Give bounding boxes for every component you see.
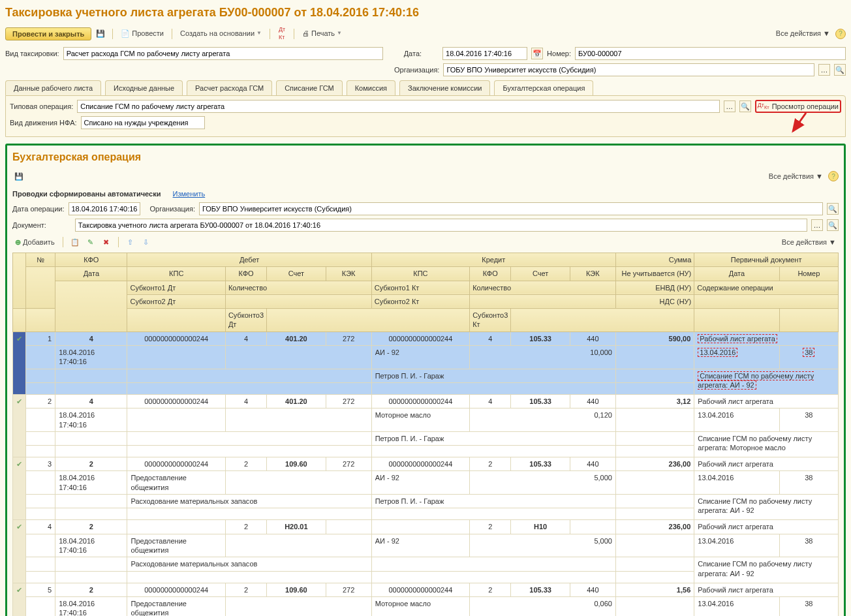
create-based-menu[interactable]: Создать на основании▼ [178,27,264,40]
all-actions-menu[interactable]: Все действия ▼ [773,27,833,40]
edit-row-icon[interactable]: ✎ [84,236,97,249]
delete-row-icon[interactable]: ✖ [100,236,113,249]
number-input[interactable] [575,47,846,60]
date-label: Дата: [404,49,422,58]
number-label: Номер: [547,49,571,58]
tab-0[interactable]: Данные рабочего листа [5,80,101,95]
table-row[interactable]: ✔ 5 2 00000000000002442109.60272 0000000… [13,583,839,596]
table-row[interactable]: ✔ 1 4 00000000000002444401.20272 0000000… [13,331,839,345]
org-label: Организация: [394,65,439,74]
auto-entries-label: Проводки сформированы автоматически [12,189,161,198]
doc-label: Документ: [12,221,46,230]
tab-1[interactable]: Исходные данные [105,80,183,95]
save-icon[interactable]: 💾 [94,27,107,40]
help-icon[interactable]: ? [835,29,846,39]
op-org-input[interactable] [199,202,823,215]
change-link[interactable]: Изменить [173,189,206,198]
op-date-input[interactable] [69,202,140,215]
tab-6[interactable]: Бухгалтерская операция [494,80,593,95]
date-input[interactable] [442,47,527,60]
check-icon: ✔ [16,397,22,405]
move-input[interactable] [81,116,205,129]
calendar-icon[interactable]: 📅 [531,48,543,59]
move-label: Вид движения НФА: [10,118,77,127]
table-row[interactable]: ✔ 3 2 00000000000002442109.60272 0000000… [13,457,839,471]
org-pick-icon[interactable]: … [818,64,830,76]
operation-panel: Бухгалтерская операция 💾 Все действия ▼ … [5,144,846,616]
main-toolbar: Провести и закрыть 💾 📄Провести Создать н… [5,25,846,41]
submit-close-button[interactable]: Провести и закрыть [5,27,91,40]
op-date-label: Дата операции: [12,204,65,213]
dtkt-small-icon: ДтКт [758,102,769,111]
check-icon: ✔ [16,460,22,468]
check-icon: ✔ [16,335,22,343]
tax-type-label: Вид таксировки: [5,49,59,58]
submit-button[interactable]: 📄Провести [118,27,166,40]
print-menu[interactable]: 🖨Печать▼ [300,27,345,40]
dtkt-icon[interactable]: ДтКт [275,27,288,40]
type-op-input[interactable] [77,100,719,113]
operation-title: Бухгалтерская операция [12,151,839,164]
tab-4[interactable]: Комиссия [347,80,395,95]
page-title: Таксировка учетного листа агрегата БУ00-… [5,5,846,20]
add-row-button[interactable]: ⊕Добавить [12,236,57,249]
op-org-search-icon[interactable]: 🔍 [827,203,839,215]
tab-3[interactable]: Списание ГСМ [276,80,343,95]
check-icon: ✔ [16,586,22,594]
table-row[interactable]: ✔ 4 2 2Н20.01 2Н10 236,00 Рабочий лист а… [13,520,839,534]
type-op-pick-icon[interactable]: … [724,100,735,112]
tabstrip: Данные рабочего листаИсходные данныеРасч… [5,80,846,95]
grid-all-actions-menu[interactable]: Все действия ▼ [779,236,839,249]
tax-type-input[interactable] [63,47,383,60]
op-all-actions-menu[interactable]: Все действия ▼ [766,170,826,183]
copy-row-icon[interactable]: 📋 [69,236,82,249]
op-org-label: Организация: [150,204,195,213]
red-arrow-icon [786,112,812,135]
save-op-icon[interactable]: 💾 [12,170,25,183]
move-up-icon[interactable]: ⇧ [124,236,137,249]
doc-search-icon[interactable]: 🔍 [827,219,839,231]
org-search-icon[interactable]: 🔍 [834,64,846,76]
doc-input[interactable] [75,219,807,232]
check-icon: ✔ [16,523,22,531]
table-row[interactable]: ✔ 2 4 00000000000002444401.20272 0000000… [13,394,839,408]
org-input[interactable] [443,63,814,76]
tab-5[interactable]: Заключение комиссии [399,80,490,95]
doc-pick-icon[interactable]: … [811,219,823,231]
tab-2[interactable]: Расчет расхода ГСМ [187,80,272,95]
type-op-search-icon[interactable]: 🔍 [739,100,751,112]
entries-grid[interactable]: № КФО Дебет Кредит Сумма Первичный докум… [12,253,839,616]
op-help-icon[interactable]: ? [828,171,839,181]
move-down-icon[interactable]: ⇩ [140,236,153,249]
type-op-label: Типовая операция: [10,102,73,111]
